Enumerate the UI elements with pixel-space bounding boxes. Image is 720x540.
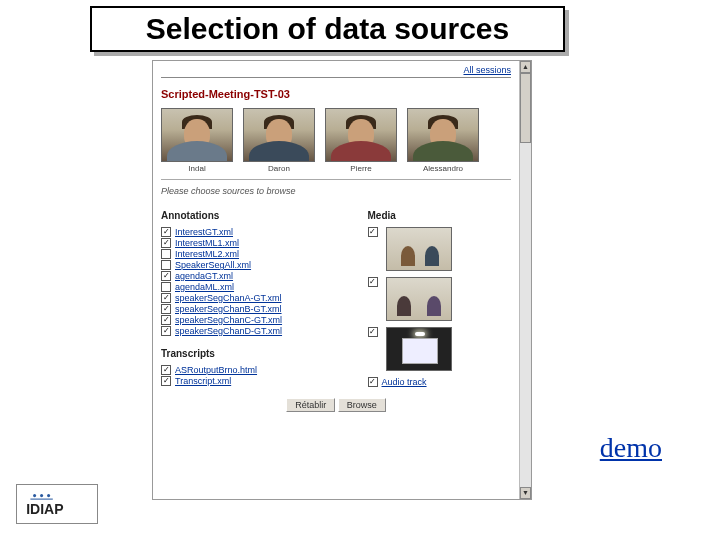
media-thumbnail[interactable] <box>386 327 452 371</box>
annotation-item: ✓speakerSegChanA-GT.xml <box>161 293 348 303</box>
media-thumbnail[interactable] <box>386 277 452 321</box>
annotation-link[interactable]: speakerSegChanD-GT.xml <box>175 326 282 336</box>
scroll-down-button[interactable]: ▼ <box>520 487 531 499</box>
annotations-title: Annotations <box>161 210 348 221</box>
transcripts-list: ✓ASRoutputBrno.html✓Transcript.xml <box>161 365 348 386</box>
person-1: Indal <box>161 108 233 173</box>
portrait-3 <box>325 108 397 162</box>
svg-point-2 <box>47 494 50 497</box>
annotation-link[interactable]: agendaGT.xml <box>175 271 233 281</box>
transcript-link[interactable]: Transcript.xml <box>175 376 231 386</box>
all-sessions-link[interactable]: All sessions <box>463 65 511 75</box>
annotation-link[interactable]: speakerSegChanA-GT.xml <box>175 293 282 303</box>
scrollbar[interactable]: ▲ ▼ <box>519 61 531 499</box>
annotation-item: InterestML2.xml <box>161 249 348 259</box>
annotation-item: ✓agendaGT.xml <box>161 271 348 281</box>
annotation-item: ✓speakerSegChanB-GT.xml <box>161 304 348 314</box>
annotations-list: ✓InterestGT.xml✓InterestML1.xmlInterestM… <box>161 227 348 336</box>
annotation-link[interactable]: InterestML1.xml <box>175 238 239 248</box>
person-3-name: Pierre <box>325 164 397 173</box>
checkbox[interactable]: ✓ <box>161 238 171 248</box>
audio-checkbox[interactable]: ✓ <box>368 377 378 387</box>
checkbox[interactable]: ✓ <box>161 227 171 237</box>
instruction-text: Please choose sources to browse <box>161 186 511 196</box>
checkbox[interactable] <box>161 282 171 292</box>
checkbox[interactable]: ✓ <box>368 277 378 287</box>
browser-content: All sessions Scripted-Meeting-TST-03 Ind… <box>153 61 519 499</box>
annotation-link[interactable]: SpeakerSegAll.xml <box>175 260 251 270</box>
annotation-link[interactable]: speakerSegChanB-GT.xml <box>175 304 282 314</box>
portrait-1 <box>161 108 233 162</box>
slide-title-box: Selection of data sources <box>90 6 565 52</box>
annotation-link[interactable]: InterestML2.xml <box>175 249 239 259</box>
person-2-name: Daron <box>243 164 315 173</box>
checkbox[interactable]: ✓ <box>368 327 378 337</box>
slide-title: Selection of data sources <box>146 12 509 46</box>
person-1-name: Indal <box>161 164 233 173</box>
media-thumbnail[interactable] <box>386 227 452 271</box>
columns: Annotations ✓InterestGT.xml✓InterestML1.… <box>161 206 511 388</box>
audio-item: ✓ Audio track <box>368 377 511 387</box>
svg-point-1 <box>40 494 43 497</box>
annotation-link[interactable]: speakerSegChanC-GT.xml <box>175 315 282 325</box>
annotation-item: SpeakerSegAll.xml <box>161 260 348 270</box>
transcript-item: ✓Transcript.xml <box>161 376 348 386</box>
media-item: ✓ <box>368 327 511 371</box>
checkbox[interactable]: ✓ <box>161 304 171 314</box>
checkbox[interactable]: ✓ <box>161 271 171 281</box>
person-3: Pierre <box>325 108 397 173</box>
topbar: All sessions <box>161 65 511 78</box>
idiap-logo: IDIAP <box>16 484 98 524</box>
person-2: Daron <box>243 108 315 173</box>
portrait-4 <box>407 108 479 162</box>
transcript-item: ✓ASRoutputBrno.html <box>161 365 348 375</box>
browse-button[interactable]: Browse <box>338 398 386 412</box>
session-title: Scripted-Meeting-TST-03 <box>161 88 511 100</box>
checkbox[interactable]: ✓ <box>161 365 171 375</box>
checkbox[interactable]: ✓ <box>161 326 171 336</box>
checkbox[interactable] <box>161 249 171 259</box>
checkbox[interactable] <box>161 260 171 270</box>
left-column: Annotations ✓InterestGT.xml✓InterestML1.… <box>161 206 348 388</box>
media-item: ✓ <box>368 227 511 271</box>
annotation-item: ✓speakerSegChanC-GT.xml <box>161 315 348 325</box>
annotation-link[interactable]: agendaML.xml <box>175 282 234 292</box>
annotation-item: ✓speakerSegChanD-GT.xml <box>161 326 348 336</box>
checkbox[interactable]: ✓ <box>161 293 171 303</box>
transcripts-title: Transcripts <box>161 348 348 359</box>
audio-link[interactable]: Audio track <box>382 377 427 387</box>
transcript-link[interactable]: ASRoutputBrno.html <box>175 365 257 375</box>
media-list: ✓✓✓ <box>368 227 511 371</box>
svg-text:IDIAP: IDIAP <box>26 501 63 517</box>
scroll-up-button[interactable]: ▲ <box>520 61 531 73</box>
right-column: Media ✓✓✓ ✓ Audio track <box>368 206 511 388</box>
divider <box>161 179 511 180</box>
checkbox[interactable]: ✓ <box>161 376 171 386</box>
person-4-name: Alessandro <box>407 164 479 173</box>
portrait-2 <box>243 108 315 162</box>
media-title: Media <box>368 210 511 221</box>
reset-button[interactable]: Rétablir <box>286 398 335 412</box>
demo-link[interactable]: demo <box>600 432 662 464</box>
people-row: Indal Daron Pierre Alessandro <box>161 108 511 173</box>
annotation-item: agendaML.xml <box>161 282 348 292</box>
annotation-item: ✓InterestGT.xml <box>161 227 348 237</box>
browser-panel: ▲ ▼ All sessions Scripted-Meeting-TST-03… <box>152 60 532 500</box>
annotation-item: ✓InterestML1.xml <box>161 238 348 248</box>
checkbox[interactable]: ✓ <box>161 315 171 325</box>
scroll-thumb[interactable] <box>520 73 531 143</box>
person-4: Alessandro <box>407 108 479 173</box>
button-row: Rétablir Browse <box>161 398 511 412</box>
annotation-link[interactable]: InterestGT.xml <box>175 227 233 237</box>
media-item: ✓ <box>368 277 511 321</box>
checkbox[interactable]: ✓ <box>368 227 378 237</box>
svg-point-0 <box>33 494 36 497</box>
